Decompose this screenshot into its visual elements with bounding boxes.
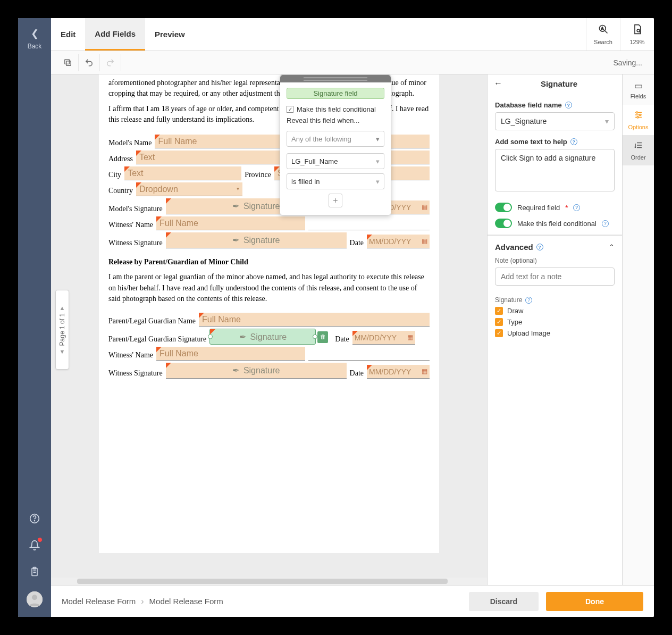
search-button[interactable]: A Search (586, 18, 620, 51)
svg-point-7 (32, 595, 37, 600)
zoom-button[interactable]: 129% (620, 18, 654, 51)
far-order[interactable]: Order (623, 135, 654, 165)
svg-line-9 (604, 30, 607, 33)
chevron-left-icon: ❮ (28, 28, 42, 39)
done-button[interactable]: Done (546, 592, 643, 611)
notification-dot (37, 537, 43, 542)
far-fields[interactable]: ▭ Fields (623, 74, 654, 105)
help-icon[interactable]: ? (525, 297, 532, 304)
far-right-rail: ▭ Fields Options Order (622, 74, 654, 585)
back-button[interactable]: ❮ Back (28, 18, 42, 62)
required-star: * (565, 204, 568, 212)
search-icon: A (598, 24, 609, 37)
required-toggle[interactable] (495, 203, 512, 212)
note-input[interactable] (495, 268, 615, 286)
conditional-popover[interactable]: Signature field ✓ Make this field condit… (280, 74, 391, 215)
signature-opts-label: Signature? (495, 296, 615, 304)
order-icon (634, 140, 643, 153)
chevron-up-icon: ⌃ (609, 243, 615, 251)
help-icon[interactable] (28, 512, 41, 525)
field-date-2[interactable]: MM/DD/YYY▦ (367, 235, 430, 248)
panel-title: Signature (502, 79, 616, 88)
breadcrumb-2[interactable]: Model Release Form (149, 597, 223, 606)
label-witness-signature: Witness Signature (108, 238, 163, 248)
field-city[interactable]: Text (124, 166, 241, 180)
label-witness-signature-2: Witness Signature (108, 368, 163, 379)
field-pg-name[interactable]: Full Name (199, 313, 430, 327)
help-icon[interactable]: ? (536, 244, 543, 250)
redo-button[interactable] (100, 54, 121, 71)
help-textarea[interactable]: Click Sign to add a signature (495, 149, 615, 191)
fields-icon: ▭ (634, 80, 643, 91)
opt-upload[interactable]: ✓Upload Image (495, 329, 615, 337)
field-pg-signature-selected[interactable]: ✒Signature 🗑 (209, 329, 316, 345)
section-body: I am the parent or legal guardian of the… (108, 272, 430, 304)
popover-drag-handle[interactable] (280, 75, 391, 82)
feather-icon: ✒ (232, 234, 239, 246)
label-date-4: Date (350, 368, 364, 379)
help-icon[interactable]: ? (570, 138, 577, 145)
popover-condition-select[interactable]: is filled in▾ (287, 173, 384, 189)
feather-icon: ✒ (232, 200, 239, 212)
search-label: Search (594, 39, 612, 45)
label-province: Province (245, 170, 271, 180)
field-date-4[interactable]: MM/DD/YYY▦ (367, 365, 430, 379)
chevron-right-icon: › (141, 597, 144, 606)
label-witness-name: Witness' Name (108, 220, 153, 230)
feather-icon: ✒ (232, 364, 239, 377)
opt-draw[interactable]: ✓Draw (495, 307, 615, 315)
field-witness-signature[interactable]: ✒Signature (166, 232, 347, 248)
label-models-signature: Model's Signature (108, 204, 163, 214)
back-label: Back (28, 43, 42, 50)
notifications-icon[interactable] (28, 538, 41, 552)
help-icon[interactable]: ? (602, 220, 609, 227)
note-label: Note (optional) (495, 257, 615, 264)
far-options[interactable]: Options (623, 105, 654, 135)
delete-field-button[interactable]: 🗑 (317, 331, 328, 343)
popover-make-conditional[interactable]: ✓ Make this field conditional (287, 105, 384, 113)
popover-any-select[interactable]: Any of the following▾ (287, 131, 384, 147)
tab-preview[interactable]: Preview (145, 18, 195, 51)
label-models-name: Model's Name (108, 138, 152, 148)
clipboard-icon[interactable] (28, 565, 41, 579)
label-date-2: Date (350, 238, 364, 248)
breadcrumb-1[interactable]: Model Release Form (62, 597, 136, 606)
conditional-toggle[interactable] (495, 219, 512, 228)
field-witness-name-2[interactable]: Full Name (156, 347, 305, 361)
field-country[interactable]: Dropdown▾ (136, 182, 242, 196)
avatar[interactable] (27, 591, 43, 607)
conditional-label: Make this field conditional (517, 220, 597, 228)
calendar-icon: ▦ (422, 203, 427, 212)
field-witness-name[interactable]: Full Name (156, 216, 305, 230)
help-icon[interactable]: ? (573, 204, 580, 211)
opt-type[interactable]: ✓Type (495, 318, 615, 326)
right-panel: ← Signature Database field name? LG_Sign… (487, 74, 622, 585)
duplicate-button[interactable] (57, 54, 79, 71)
field-date-3[interactable]: MM/DD/YYY▦ (352, 331, 415, 345)
label-city: City (108, 170, 121, 180)
help-icon[interactable]: ? (565, 102, 572, 108)
discard-button[interactable]: Discard (469, 592, 539, 611)
options-icon (634, 110, 643, 122)
page-zoom-icon (632, 24, 643, 37)
horizontal-scrollbar[interactable] (51, 578, 487, 585)
svg-point-20 (637, 116, 639, 118)
field-witness-signature-2[interactable]: ✒Signature (166, 363, 347, 379)
popover-add-condition[interactable]: + (329, 194, 342, 207)
calendar-icon: ▦ (422, 367, 427, 376)
zoom-label: 129% (629, 39, 644, 45)
panel-back-button[interactable]: ← (494, 79, 502, 88)
undo-button[interactable] (79, 54, 100, 71)
label-pg-signature: Parent/Legal Guardian Signature (108, 334, 206, 345)
advanced-section[interactable]: Advanced? ⌃ (488, 235, 622, 255)
checkbox-icon: ✓ (287, 106, 293, 113)
popover-field-select[interactable]: LG_Full_Name▾ (287, 153, 384, 169)
tab-edit[interactable]: Edit (51, 18, 85, 51)
label-pg-name: Parent/Legal Guardian Name (108, 316, 196, 327)
tab-add-fields[interactable]: Add Fields (85, 18, 145, 51)
svg-point-18 (636, 112, 637, 113)
svg-rect-13 (66, 61, 71, 66)
db-field-select[interactable]: LG_Signature▾ (495, 112, 615, 130)
svg-rect-14 (65, 60, 69, 64)
db-field-label: Database field name? (495, 101, 615, 109)
